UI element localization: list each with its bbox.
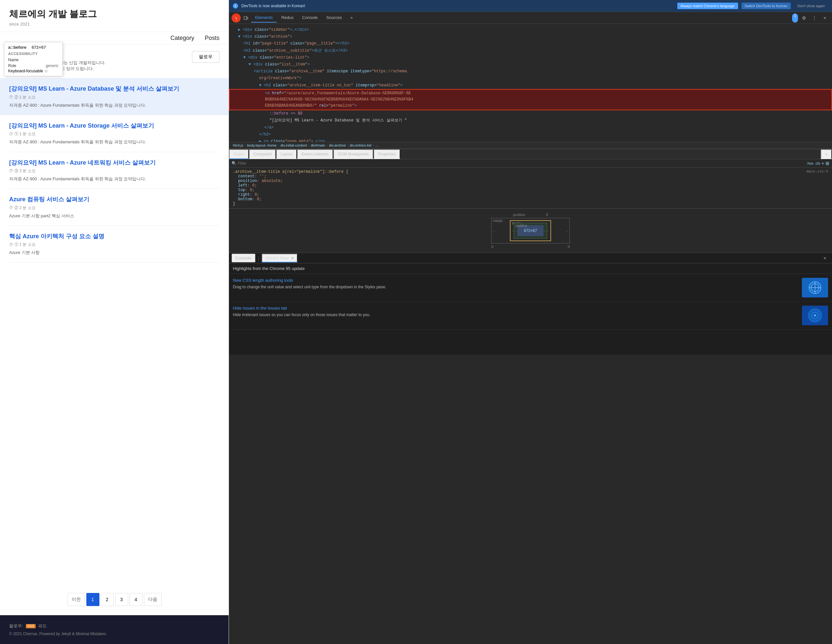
left-panel: 체르에의 개발 블로그 since 2021 Category Posts a:… (0, 0, 229, 644)
styles-tab-event-listeners[interactable]: Event Listeners (297, 149, 333, 159)
html-line-7: <article class="archive__item" itemscope… (229, 68, 832, 75)
breadcrumb-item-5[interactable]: div.archive (329, 143, 346, 147)
html-line-pseudo: ::before == $0 (229, 110, 832, 117)
html-line-close-a: </a> (229, 124, 832, 131)
whats-new-label: What's New (266, 256, 289, 261)
whats-new-tab[interactable]: What's New × (262, 254, 298, 263)
nav-category-link[interactable]: Category (170, 35, 194, 42)
dismiss-notification-button[interactable]: Don't show again (794, 3, 828, 9)
rss-badge: RSS (26, 624, 36, 628)
footer-follow: 팔로우: RSS 피드 (9, 623, 219, 629)
tab-elements[interactable]: Elements (251, 13, 277, 22)
styles-panel: Styles Computed Layout Event Listeners D… (229, 149, 832, 208)
styles-tab-dom-breakpoints[interactable]: DOM Breakpoints (333, 149, 373, 159)
css-rule-header: .archive__item-title a[rel="permalink"]:… (233, 170, 828, 174)
filter-icon: 🔍 (232, 161, 237, 166)
post-desc-4: Azure 기본 사항 part2 핵심 서비스 (9, 213, 219, 219)
blog-title: 체르에의 개발 블로그 (9, 8, 219, 20)
breadcrumb-item-4[interactable]: div#main (311, 143, 325, 147)
console-tab[interactable]: Console (232, 254, 255, 263)
follow-button[interactable]: 팔로우 (192, 51, 219, 63)
clock-icon-4: ⏱ (9, 205, 13, 210)
styles-tab-more[interactable]: » (821, 149, 832, 159)
tooltip-keyboard-row: Keyboard-focusable ⊘ (8, 69, 59, 73)
css-prop-bottom: bottom: 0; (233, 197, 828, 202)
styles-tab-layout[interactable]: Layout (276, 149, 297, 159)
styles-tab-computed[interactable]: Computed (249, 149, 276, 159)
elements-panel[interactable]: ▶ <div class="sidebar">…</div> ▼ <div cl… (229, 24, 832, 142)
html-line-6: ▼ <div class="list__item"> (229, 61, 832, 68)
devtools-notification: i DevTools is now available in Korean! A… (229, 0, 832, 12)
nav-posts-link[interactable]: Posts (205, 35, 219, 42)
clock-icon-3: ⏱ (9, 168, 13, 173)
wn-item-2-title[interactable]: Hide issues in the Issues tab (233, 306, 798, 311)
page-button-1[interactable]: 1 (86, 593, 99, 606)
tab-redux[interactable]: Redux (277, 13, 298, 22)
page-button-4[interactable]: 4 (130, 593, 142, 606)
post-meta-5: ⏱ ① 1 분 소요 (9, 242, 219, 247)
post-title-4[interactable]: Azure 컴퓨팅 서비스 살펴보기 (9, 196, 89, 203)
post-meta-4: ⏱ ② 2 분 소요 (9, 205, 219, 211)
css-prop-position: position: absolute; (233, 179, 828, 183)
tooltip-name-row: Name (8, 57, 59, 63)
settings-button[interactable]: ⚙ (799, 13, 808, 22)
html-line-1: ▶ <div class="sidebar">…</div> (229, 27, 832, 34)
more-tabs-button[interactable]: » (346, 13, 357, 22)
wn-item-1: New CSS length authoring tools Drag to c… (229, 274, 832, 302)
css-rule-close: } (233, 202, 828, 206)
breadcrumb-item-2[interactable]: body.layout--home (247, 143, 276, 147)
blog-header: 체르에의 개발 블로그 since 2021 (0, 0, 229, 32)
filter-hov-button[interactable]: :hov (807, 161, 814, 165)
styles-tab-properties[interactable]: Properties (373, 149, 401, 159)
post-title-3[interactable]: [강의요약] MS Learn - Azure 네트워킹 서비스 살펴보기 (9, 159, 156, 166)
close-bottom-panel-button[interactable]: × (820, 254, 829, 263)
post-meta-3: ⏱ ③ 3 분 소요 (9, 168, 219, 174)
next-page-button[interactable]: 다음 (144, 593, 162, 606)
breadcrumb-item-1[interactable]: html.js (233, 143, 243, 147)
switch-korean-button[interactable]: Switch DevTools to Korean (741, 3, 791, 9)
css-source[interactable]: main.css:5 (806, 170, 828, 173)
inspect-element-button[interactable] (232, 13, 241, 22)
post-desc-5: Azure 기본 사항 (9, 249, 219, 256)
wn-item-1-title[interactable]: New CSS length authoring tools (233, 278, 798, 283)
add-style-rule-button[interactable]: + (822, 161, 824, 166)
filter-cls-button[interactable]: .cls (814, 161, 820, 165)
css-selector: .archive__item-title a[rel="permalink"]:… (233, 170, 348, 174)
page-button-3[interactable]: 3 (115, 593, 128, 606)
post-item-4: Azure 컴퓨팅 서비스 살펴보기 ⏱ ② 2 분 소요 Azure 기본 사… (9, 189, 219, 226)
devtools-toolbar-actions: 1 ⚙ ⋮ × (792, 13, 829, 22)
breadcrumb-item-more[interactable]: … (375, 143, 379, 147)
devtools-toolbar: Elements Redux Console Sources » 1 ⚙ ⋮ × (229, 12, 832, 24)
elements-breadcrumb: html.js › body.layout--home › div.initia… (229, 142, 832, 149)
styles-filter-input[interactable] (238, 161, 805, 166)
post-title-5[interactable]: 핵심 Azure 아키텍처 구성 요소 설명 (9, 233, 104, 240)
wn-item-2: Hide issues in the Issues tab Hide irrel… (229, 302, 832, 330)
styles-filter-bar: 🔍 :hov .cls + ⊞ (229, 159, 832, 168)
more-options-button[interactable]: ⋮ (810, 13, 819, 22)
breadcrumb-item-3[interactable]: div.initial-content (280, 143, 307, 147)
breadcrumb-item-6[interactable]: div.entries-list (350, 143, 371, 147)
clock-icon-2: ⏱ (9, 132, 13, 136)
match-language-button[interactable]: Always match Chrome's language (677, 3, 738, 9)
html-line-4: <h3 class="archive__subtitle">최근 포스트</h3… (229, 48, 832, 54)
prev-page-button[interactable]: 이전 (67, 593, 85, 606)
post-title-1[interactable]: [강의요약] MS Learn - Azure Database 및 분석 서비… (9, 85, 179, 92)
device-toggle-button[interactable] (242, 13, 251, 22)
page-button-2[interactable]: 2 (101, 593, 114, 606)
new-style-icon[interactable]: ⊞ (826, 161, 829, 166)
post-meta-1: ⏱ ② 1 분 소요 (9, 95, 219, 100)
post-item-5: 핵심 Azure 아키텍처 구성 요소 설명 ⏱ ① 1 분 소요 Azure … (9, 226, 219, 263)
box-model-section: position 0 margin - border - padding (229, 208, 832, 253)
close-devtools-button[interactable]: × (820, 13, 829, 22)
post-title-2[interactable]: [강의요약] MS Learn - Azure Storage 서비스 살펴보기 (9, 122, 154, 129)
tooltip-pseudo: a::before 672×67 (8, 45, 59, 50)
box-model-diagram: position 0 margin - border - padding (491, 213, 570, 249)
tab-sources[interactable]: Sources (322, 13, 346, 22)
whats-new-close-button[interactable]: × (291, 256, 294, 261)
wn-item-1-text: New CSS length authoring tools Drag to c… (233, 278, 798, 298)
tab-console[interactable]: Console (298, 13, 322, 22)
svg-rect-0 (244, 16, 246, 20)
styles-tab-styles[interactable]: Styles (229, 149, 249, 159)
post-item-2: [강의요약] MS Learn - Azure Storage 서비스 살펴보기… (9, 115, 219, 152)
clock-icon-1: ⏱ (9, 95, 13, 99)
